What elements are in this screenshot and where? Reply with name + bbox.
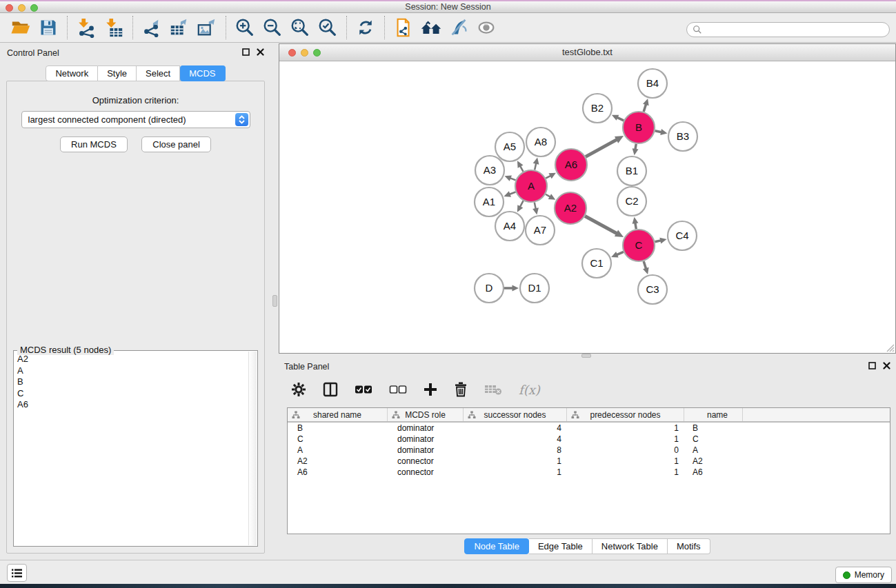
search-icon xyxy=(693,25,702,34)
table-cell[interactable]: connector xyxy=(388,467,464,477)
table-row[interactable]: Cdominator41C xyxy=(288,434,890,445)
table-cell[interactable]: C xyxy=(684,434,743,444)
close-panel-icon[interactable] xyxy=(257,48,264,56)
add-column-button[interactable] xyxy=(424,383,437,396)
tab-mcds[interactable]: MCDS xyxy=(180,65,225,81)
first-neighbors-button[interactable] xyxy=(417,15,445,40)
table-cell[interactable]: A xyxy=(288,445,388,455)
save-session-button[interactable] xyxy=(34,15,62,40)
export-network-button[interactable] xyxy=(138,15,166,40)
zoom-fit-button[interactable] xyxy=(286,15,314,40)
table-cell[interactable]: 8 xyxy=(464,445,567,455)
refresh-button[interactable] xyxy=(352,15,379,40)
close-panel-icon[interactable] xyxy=(883,362,890,369)
plus-icon xyxy=(424,383,437,396)
network-window-titlebar[interactable]: testGlobe.txt xyxy=(279,44,895,61)
deselect-all-rows-button[interactable] xyxy=(389,385,407,394)
float-panel-icon[interactable] xyxy=(868,362,876,369)
zoom-out-button[interactable] xyxy=(259,15,286,40)
tab-network-table[interactable]: Network Table xyxy=(593,538,668,554)
function-builder-button[interactable]: f(x) xyxy=(519,383,540,397)
table-cell[interactable]: dominator xyxy=(388,434,464,444)
close-window-button[interactable] xyxy=(6,4,13,12)
float-panel-icon[interactable] xyxy=(242,48,250,56)
table-cell[interactable]: A2 xyxy=(288,456,388,466)
delete-column-button[interactable] xyxy=(454,382,468,397)
edge-arrowhead xyxy=(643,99,649,105)
table-row[interactable]: Adominator80A xyxy=(288,445,890,456)
table-cell[interactable]: 1 xyxy=(464,467,567,477)
table-cell[interactable]: dominator xyxy=(388,423,464,433)
table-cell[interactable]: B xyxy=(684,423,743,433)
show-columns-button[interactable] xyxy=(323,382,338,397)
table-row[interactable]: A2connector11A2 xyxy=(288,456,890,467)
graph-edge-A2-C[interactable] xyxy=(585,216,617,234)
result-item[interactable]: A xyxy=(14,365,248,377)
table-cell[interactable]: 1 xyxy=(567,467,684,477)
export-table-button[interactable] xyxy=(166,15,193,40)
table-settings-button[interactable] xyxy=(291,382,306,397)
column-header-MCDS-role[interactable]: MCDS role xyxy=(388,408,464,421)
run-mcds-button[interactable]: Run MCDS xyxy=(60,136,128,152)
table-cell[interactable]: 1 xyxy=(567,434,684,444)
tab-style[interactable]: Style xyxy=(98,65,137,81)
table-cell[interactable]: 1 xyxy=(567,423,684,433)
task-history-button[interactable] xyxy=(7,564,27,582)
table-cell[interactable]: connector xyxy=(388,456,464,466)
graph-edge-A6-B[interactable] xyxy=(586,139,617,157)
tab-motifs[interactable]: Motifs xyxy=(668,538,710,554)
hide-graphics-details-button[interactable] xyxy=(445,15,472,40)
column-header-predecessor-nodes[interactable]: predecessor nodes xyxy=(567,408,684,421)
minimize-window-button[interactable] xyxy=(18,4,26,12)
result-item[interactable]: C xyxy=(14,388,248,400)
zoom-selected-button[interactable] xyxy=(314,15,341,40)
tab-select[interactable]: Select xyxy=(137,65,180,81)
result-item[interactable]: A2 xyxy=(14,354,248,365)
table-cell[interactable]: 4 xyxy=(464,434,567,444)
table-cell[interactable]: C xyxy=(288,434,388,444)
column-header-successor-nodes[interactable]: successor nodes xyxy=(464,408,567,421)
select-all-rows-button[interactable] xyxy=(355,385,372,394)
tab-network[interactable]: Network xyxy=(46,65,98,81)
search-input[interactable] xyxy=(702,25,889,34)
result-item[interactable]: B xyxy=(14,376,248,388)
table-cell[interactable]: dominator xyxy=(388,445,464,455)
import-network-button[interactable] xyxy=(72,15,100,40)
network-canvas[interactable]: A5A8A6A3AA1A2A4A7B4B2BB3B1C2C4CC1C3DD1 xyxy=(279,61,895,353)
table-cell[interactable]: B xyxy=(288,423,388,433)
tab-node-table[interactable]: Node Table xyxy=(464,538,529,554)
table-cell[interactable]: 1 xyxy=(464,456,567,466)
table-cell[interactable]: A xyxy=(684,445,743,455)
column-header-shared-name[interactable]: shared name xyxy=(288,408,388,421)
criterion-dropdown[interactable]: largest connected component (directed) xyxy=(21,111,250,128)
table-cell[interactable]: A6 xyxy=(684,467,743,477)
graph-node-label: B xyxy=(635,121,642,133)
zoom-window-button[interactable] xyxy=(30,4,38,12)
table-cell[interactable]: A6 xyxy=(288,467,388,477)
table-cell[interactable]: 4 xyxy=(464,423,567,433)
result-scrollbar[interactable] xyxy=(248,352,257,545)
table-row[interactable]: Bdominator41B xyxy=(288,423,890,434)
zoom-network-button[interactable] xyxy=(313,49,321,57)
search-field[interactable] xyxy=(686,22,890,37)
minimize-network-button[interactable] xyxy=(301,49,308,57)
delete-table-button[interactable] xyxy=(484,383,502,396)
table-cell[interactable]: 0 xyxy=(567,445,684,455)
open-session-button[interactable] xyxy=(7,15,34,40)
resize-grip-icon[interactable] xyxy=(886,343,895,352)
tab-edge-table[interactable]: Edge Table xyxy=(529,538,593,554)
column-header-name[interactable]: name xyxy=(684,408,743,421)
table-cell[interactable]: A2 xyxy=(684,456,743,466)
show-details-button[interactable] xyxy=(472,15,500,40)
export-image-button[interactable] xyxy=(193,15,221,40)
memory-status-button[interactable]: Memory xyxy=(835,567,892,583)
close-network-button[interactable] xyxy=(288,49,296,57)
splitter-handle-vertical[interactable] xyxy=(272,295,277,307)
zoom-in-button[interactable] xyxy=(231,15,259,40)
table-cell[interactable]: 1 xyxy=(567,456,684,466)
import-table-button[interactable] xyxy=(100,15,128,40)
network-snapshot-button[interactable] xyxy=(390,15,417,40)
result-item[interactable]: A6 xyxy=(14,399,248,411)
table-row[interactable]: A6connector11A6 xyxy=(288,467,890,478)
close-panel-button[interactable]: Close panel xyxy=(141,136,211,152)
